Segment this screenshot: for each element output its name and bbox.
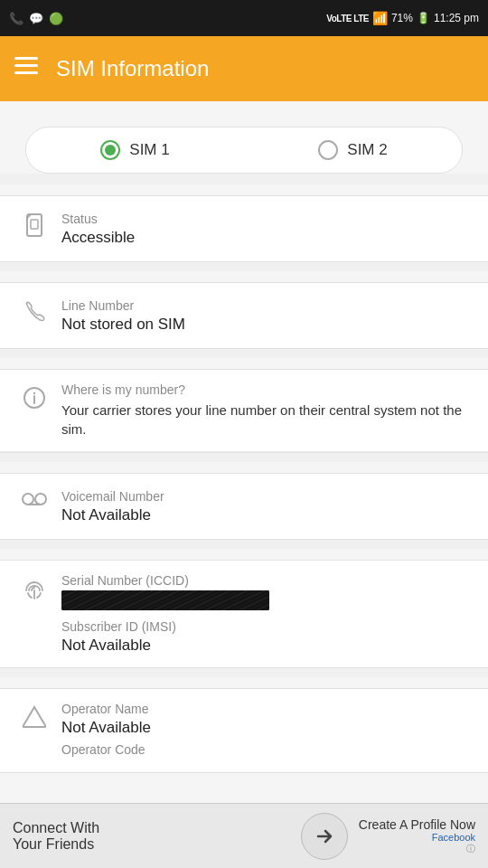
page-title: SIM Information bbox=[56, 56, 209, 81]
fingerprint-icon bbox=[14, 573, 54, 604]
operator-name-label: Operator Name bbox=[61, 702, 474, 716]
imsi-value: Not Available bbox=[61, 637, 474, 655]
operator-code-label: Operator Code bbox=[61, 742, 474, 757]
sim-selector-container: SIM 1 SIM 2 bbox=[0, 101, 488, 174]
section-gap-5 bbox=[0, 540, 488, 549]
ad-title-line2: Your Friends bbox=[13, 836, 290, 853]
sim2-option[interactable]: SIM 2 bbox=[244, 127, 462, 173]
operator-section: Operator Name Not Available Operator Cod… bbox=[0, 688, 488, 773]
sim-selector: SIM 1 SIM 2 bbox=[25, 127, 463, 174]
imsi-label: Subscriber ID (IMSI) bbox=[61, 619, 474, 634]
status-value: Accessible bbox=[61, 229, 474, 247]
svg-rect-2 bbox=[14, 71, 38, 74]
line-number-value: Not stored on SIM bbox=[61, 316, 474, 334]
where-title: Where is my number? bbox=[61, 382, 474, 397]
operator-row: Operator Name Not Available Operator Cod… bbox=[0, 689, 488, 772]
operator-icon bbox=[14, 702, 54, 729]
svg-marker-12 bbox=[23, 707, 46, 727]
serial-redacted bbox=[61, 590, 474, 610]
serial-section: Serial Number (ICCID) Subscriber ID (IMS… bbox=[0, 560, 488, 668]
status-section: Status Accessible bbox=[0, 195, 488, 262]
status-bar: 📞 💬 🟢 VoLTE LTE 📶 71% 🔋 11:25 pm bbox=[0, 0, 488, 36]
voicemail-icon bbox=[14, 486, 54, 508]
sim1-radio-inner bbox=[105, 145, 116, 156]
section-gap-1 bbox=[0, 174, 488, 184]
where-body: Your carrier stores your line number on … bbox=[61, 401, 474, 439]
voicemail-content: Voicemail Number Not Available bbox=[61, 489, 474, 524]
phone-status-icon: 📞 bbox=[9, 12, 23, 25]
ad-text: Connect With Your Friends bbox=[13, 820, 290, 853]
battery-label: 71% bbox=[391, 12, 413, 24]
phone-line-icon bbox=[14, 296, 54, 323]
line-number-content: Line Number Not stored on SIM bbox=[61, 298, 474, 334]
section-gap-6 bbox=[0, 668, 488, 677]
sim-card-icon bbox=[14, 209, 54, 238]
svg-point-10 bbox=[35, 494, 46, 505]
sim1-option[interactable]: SIM 1 bbox=[26, 127, 244, 173]
app-status-icon: 🟢 bbox=[49, 12, 63, 25]
sim1-label: SIM 1 bbox=[129, 141, 169, 159]
toolbar: SIM Information bbox=[0, 36, 488, 101]
svg-point-8 bbox=[33, 392, 35, 394]
serial-row: Serial Number (ICCID) Subscriber ID (IMS… bbox=[0, 561, 488, 667]
status-bar-left: 📞 💬 🟢 bbox=[9, 12, 63, 25]
serial-label: Serial Number (ICCID) bbox=[61, 573, 474, 588]
line-number-label: Line Number bbox=[61, 298, 474, 313]
line-number-row: Line Number Not stored on SIM bbox=[0, 283, 488, 348]
ad-arrow-button[interactable] bbox=[301, 813, 348, 860]
status-bar-right: VoLTE LTE 📶 71% 🔋 11:25 pm bbox=[326, 11, 479, 25]
svg-rect-4 bbox=[31, 220, 38, 229]
time-label: 11:25 pm bbox=[434, 12, 479, 24]
ad-banner: Connect With Your Friends Create A Profi… bbox=[0, 803, 488, 868]
status-label: Status bbox=[61, 212, 474, 226]
menu-icon[interactable] bbox=[14, 57, 38, 80]
voicemail-section: Voicemail Number Not Available bbox=[0, 473, 488, 540]
signal-bars-icon: 📶 bbox=[372, 11, 388, 25]
battery-icon: 🔋 bbox=[417, 12, 430, 24]
voicemail-value: Not Available bbox=[61, 506, 474, 524]
ad-cta[interactable]: Create A Profile Now bbox=[359, 817, 475, 832]
ad-title-line1: Connect With bbox=[13, 820, 290, 836]
serial-content: Serial Number (ICCID) Subscriber ID (IMS… bbox=[61, 573, 474, 655]
svg-point-9 bbox=[23, 494, 33, 505]
status-content: Status Accessible bbox=[61, 212, 474, 247]
where-content: Where is my number? Your carrier stores … bbox=[61, 382, 474, 439]
ad-info-icon: ⓘ bbox=[359, 843, 475, 855]
section-gap-2 bbox=[0, 262, 488, 271]
whatsapp-status-icon: 💬 bbox=[29, 12, 43, 25]
ad-brand: Facebook bbox=[359, 832, 475, 843]
network-label: VoLTE LTE bbox=[326, 14, 369, 24]
voicemail-row: Voicemail Number Not Available bbox=[0, 474, 488, 539]
operator-content: Operator Name Not Available Operator Cod… bbox=[61, 702, 474, 760]
operator-name-value: Not Available bbox=[61, 719, 474, 737]
svg-rect-0 bbox=[14, 57, 38, 60]
sim2-label: SIM 2 bbox=[347, 141, 387, 159]
content-area: SIM 1 SIM 2 Status Accessible bbox=[0, 101, 488, 845]
where-section: Where is my number? Your carrier stores … bbox=[0, 369, 488, 453]
voicemail-label: Voicemail Number bbox=[61, 489, 474, 504]
svg-rect-1 bbox=[14, 64, 38, 67]
section-gap-3 bbox=[0, 349, 488, 358]
ad-right: Create A Profile Now Facebook ⓘ bbox=[359, 817, 475, 855]
status-row: Status Accessible bbox=[0, 196, 488, 261]
where-row: Where is my number? Your carrier stores … bbox=[0, 370, 488, 452]
info-circle-icon bbox=[14, 382, 54, 410]
line-number-section: Line Number Not stored on SIM bbox=[0, 282, 488, 349]
sim2-radio[interactable] bbox=[318, 140, 338, 160]
svg-rect-3 bbox=[27, 214, 42, 236]
sim1-radio[interactable] bbox=[100, 140, 120, 160]
section-gap-4 bbox=[0, 453, 488, 462]
